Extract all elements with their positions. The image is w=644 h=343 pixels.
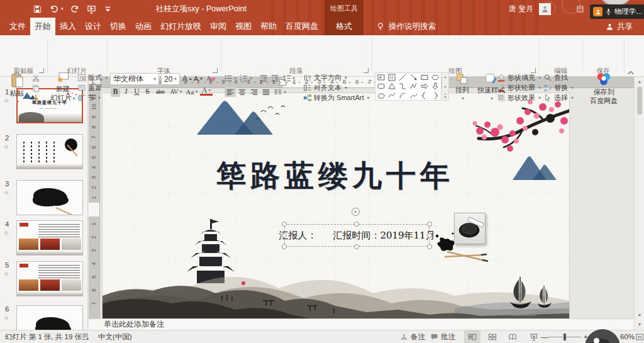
shape-arrow-down[interactable] <box>430 82 441 91</box>
shape-triangle[interactable] <box>386 82 397 91</box>
normal-view-button[interactable] <box>464 330 480 343</box>
redo-icon[interactable] <box>70 4 80 14</box>
strikethrough-abc-button[interactable]: abc <box>153 86 167 97</box>
slideshow-view-button[interactable] <box>526 330 542 343</box>
copy-button[interactable] <box>30 83 42 93</box>
change-case-button[interactable]: Aa <box>185 86 199 97</box>
shape-rounded-rectangle[interactable] <box>375 82 386 91</box>
shape-arrow-right[interactable] <box>419 82 430 91</box>
tab-insert[interactable]: 插入 <box>55 18 80 35</box>
slide-thumbnail-6[interactable] <box>16 305 83 330</box>
resize-handle[interactable] <box>427 222 432 227</box>
character-spacing-button[interactable]: AV <box>169 86 184 97</box>
tab-file[interactable]: 文件 <box>5 18 30 35</box>
tab-format[interactable]: 格式 <box>325 18 364 35</box>
comments-toggle-button[interactable]: 批注 <box>430 330 455 343</box>
shape-freeform[interactable] <box>375 91 386 100</box>
slide-thumbnail-2[interactable] <box>16 134 83 169</box>
tab-animations[interactable]: 动画 <box>131 18 156 35</box>
share-button[interactable]: 共享 <box>606 18 633 35</box>
resize-handle[interactable] <box>282 233 287 238</box>
meeting-overlay[interactable]: 物理学... <box>590 4 644 19</box>
align-left-button[interactable] <box>225 87 236 97</box>
shape-arc[interactable] <box>397 91 408 100</box>
accessibility-button[interactable] <box>82 330 90 343</box>
tab-slideshow[interactable]: 幻灯片放映 <box>156 18 206 35</box>
tell-me-search[interactable]: 操作说明搜索 <box>376 18 436 35</box>
shape-zigzag[interactable] <box>408 82 419 91</box>
tab-view[interactable]: 视图 <box>231 18 256 35</box>
avatar[interactable] <box>539 3 551 15</box>
shape-scribble[interactable] <box>386 91 397 100</box>
save-icon[interactable] <box>33 4 42 14</box>
slide-thumbnail-5[interactable] <box>16 261 83 296</box>
tab-home[interactable]: 开始 <box>30 18 55 35</box>
resize-handle[interactable] <box>427 233 432 238</box>
shape-curve[interactable] <box>408 91 419 100</box>
format-painter-button[interactable] <box>30 93 42 103</box>
tab-review[interactable]: 审阅 <box>206 18 231 35</box>
zoom-out-button[interactable]: — <box>541 330 548 343</box>
next-slide-button[interactable]: ▼ <box>635 320 644 329</box>
shape-left-brace[interactable] <box>419 91 430 100</box>
collapse-ribbon-button[interactable] <box>626 67 636 74</box>
italic-button[interactable]: I <box>121 86 131 97</box>
language-indicator[interactable]: 中文(中国) <box>98 330 132 343</box>
slide-canvas[interactable]: 筚路蓝缕九十年 汇报人： 汇报时间：2019年11月 <box>103 93 569 318</box>
slide-thumbnail-4[interactable] <box>16 220 83 256</box>
tab-help[interactable]: 帮助 <box>256 18 281 35</box>
select-button[interactable]: 选择 <box>543 93 574 103</box>
slide-thumbnail-3[interactable] <box>16 180 83 215</box>
shapes-gallery-scroll[interactable]: ▴▾▾ <box>442 72 449 101</box>
scrollbar-thumb[interactable] <box>637 87 642 115</box>
tab-transitions[interactable]: 切换 <box>106 18 131 35</box>
slide-sorter-view-button[interactable] <box>484 330 501 343</box>
shape-effects-button[interactable]: 形状效果 <box>497 93 541 103</box>
align-right-button[interactable] <box>248 87 260 97</box>
resize-handle[interactable] <box>282 222 287 227</box>
clipboard-dialog-launcher[interactable] <box>39 68 44 73</box>
resize-handle[interactable] <box>354 244 359 249</box>
arrange-button[interactable]: 排列 <box>452 73 473 103</box>
section-button[interactable]: 节 <box>77 93 101 103</box>
rotate-handle[interactable] <box>352 208 360 216</box>
shape-outline-button[interactable]: 形状轮廓 <box>497 83 541 93</box>
align-text-button[interactable]: 对齐文本 <box>303 83 347 93</box>
reset-button[interactable]: 重置 <box>77 83 102 93</box>
save-to-baidu-button[interactable]: 保存到 百度网盘 <box>585 72 623 104</box>
drawing-dialog-launcher[interactable] <box>531 68 536 73</box>
align-center-button[interactable] <box>236 87 248 97</box>
user-name[interactable]: 唐 斐月 <box>509 4 533 14</box>
shape-elbow-connector[interactable] <box>397 82 408 91</box>
columns-button[interactable] <box>274 87 286 97</box>
notes-toggle-button[interactable]: 备注 <box>400 330 425 343</box>
justify-button[interactable] <box>260 87 272 97</box>
tab-design[interactable]: 设计 <box>80 18 106 35</box>
undo-dropdown-icon[interactable]: ▾ <box>61 6 64 11</box>
tab-baidu-netdisk[interactable]: 百度网盘 <box>281 18 323 35</box>
resize-handle[interactable] <box>354 222 359 227</box>
undo-icon[interactable] <box>49 4 58 14</box>
zoom-slider-thumb[interactable] <box>564 334 566 340</box>
inkstone-picture[interactable] <box>454 213 486 244</box>
vertical-scrollbar[interactable]: ▲ ▲ ▼ <box>634 77 644 330</box>
scroll-up-arrow[interactable]: ▲ <box>635 77 644 86</box>
customize-quick-access-icon[interactable] <box>103 4 113 14</box>
font-dialog-launcher[interactable] <box>213 68 218 73</box>
fit-to-window-button[interactable] <box>631 330 644 343</box>
new-slide-button[interactable]: 新建 幻灯片 <box>50 72 75 103</box>
slide-title[interactable]: 筚路蓝缕九十年 <box>115 156 555 196</box>
convert-smartart-button[interactable]: 转换为 SmartArt <box>303 93 369 103</box>
strikethrough-button[interactable]: S <box>143 86 152 97</box>
subtitle-textbox[interactable]: 汇报人： 汇报时间：2019年11月 <box>284 224 430 247</box>
font-color-button[interactable]: A <box>200 86 213 96</box>
previous-slide-button[interactable]: ▲ <box>635 310 644 318</box>
paste-button[interactable]: 粘贴 <box>6 72 28 106</box>
ribbon-display-options-icon[interactable] <box>576 5 584 13</box>
replace-button[interactable]: abac替换 <box>543 83 574 93</box>
underline-button[interactable]: U <box>132 86 142 97</box>
paragraph-dialog-launcher[interactable] <box>364 68 369 73</box>
reading-view-button[interactable] <box>504 330 521 343</box>
resize-handle[interactable] <box>282 244 287 249</box>
start-slideshow-icon[interactable] <box>87 4 96 14</box>
